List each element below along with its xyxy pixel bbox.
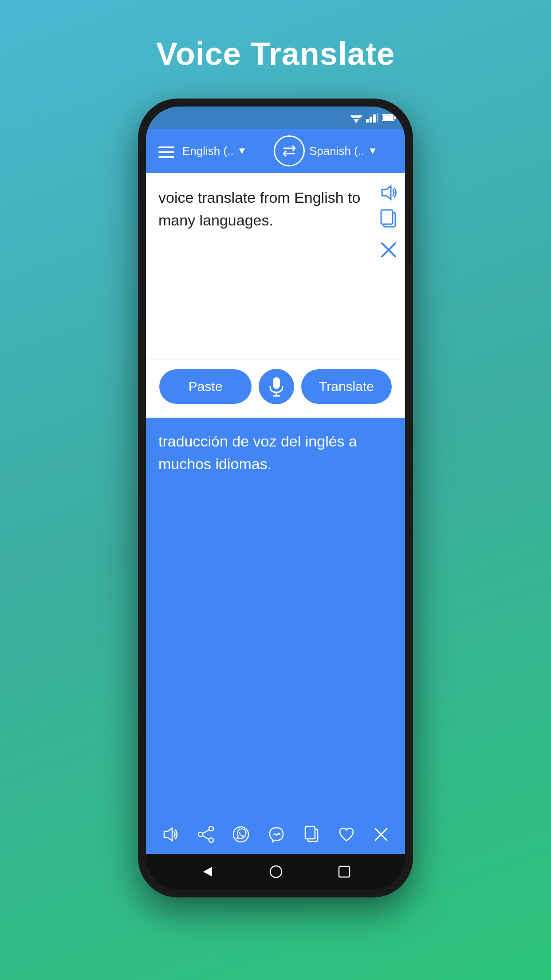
bottom-action-bar xyxy=(146,817,405,854)
favorite-icon[interactable] xyxy=(338,826,355,842)
svg-point-23 xyxy=(209,826,213,831)
app-toolbar: English (.. ▼ Spanish (.. ▼ xyxy=(146,129,405,173)
phone-screen: English (.. ▼ Spanish (.. ▼ voice transl… xyxy=(146,107,405,889)
messenger-icon[interactable] xyxy=(268,826,285,843)
svg-point-24 xyxy=(198,832,203,837)
svg-rect-13 xyxy=(158,156,174,158)
android-nav-bar xyxy=(146,854,405,889)
svg-rect-19 xyxy=(273,377,280,389)
result-copy-icon[interactable] xyxy=(303,826,319,843)
action-buttons-row: Paste Translate xyxy=(146,360,405,418)
svg-marker-14 xyxy=(382,186,391,199)
source-text[interactable]: voice translate from English to many lan… xyxy=(158,186,365,232)
svg-point-25 xyxy=(209,838,213,842)
source-lang-label: English (.. xyxy=(182,144,234,158)
result-speak-icon[interactable] xyxy=(162,827,179,842)
svg-rect-30 xyxy=(305,826,315,839)
phone-shell: English (.. ▼ Spanish (.. ▼ voice transl… xyxy=(138,99,413,897)
result-panel: traducción de voz del inglés a muchos id… xyxy=(146,418,405,817)
svg-point-34 xyxy=(270,866,282,877)
svg-marker-33 xyxy=(203,867,212,877)
svg-rect-10 xyxy=(383,115,393,120)
source-text-panel: voice translate from English to many lan… xyxy=(146,173,405,360)
status-icons xyxy=(350,113,396,122)
result-close-icon[interactable] xyxy=(374,827,389,842)
svg-line-26 xyxy=(203,836,209,839)
share-icon[interactable] xyxy=(198,826,214,843)
back-button[interactable] xyxy=(201,865,214,878)
target-lang-caret: ▼ xyxy=(368,145,378,157)
translate-button[interactable]: Translate xyxy=(301,369,392,404)
source-copy-icon[interactable] xyxy=(379,209,398,229)
svg-rect-35 xyxy=(339,866,350,877)
home-button[interactable] xyxy=(269,865,283,878)
source-lang-caret: ▼ xyxy=(237,145,247,157)
svg-rect-9 xyxy=(394,116,396,119)
svg-marker-22 xyxy=(164,828,172,841)
svg-line-27 xyxy=(203,830,209,834)
whatsapp-icon[interactable] xyxy=(232,826,249,843)
microphone-button[interactable] xyxy=(259,369,294,404)
signal-icon xyxy=(366,113,378,122)
source-speak-icon[interactable] xyxy=(379,182,398,201)
target-lang-label: Spanish (.. xyxy=(309,144,364,158)
paste-button[interactable]: Paste xyxy=(159,369,252,404)
battery-icon xyxy=(382,114,396,122)
svg-rect-7 xyxy=(377,113,378,122)
hamburger-icon[interactable] xyxy=(155,142,178,160)
source-clear-icon[interactable] xyxy=(380,237,398,260)
result-text: traducción de voz del inglés a muchos id… xyxy=(158,430,393,475)
page-title: Voice Translate xyxy=(156,36,395,72)
svg-rect-5 xyxy=(370,117,372,122)
svg-rect-11 xyxy=(158,146,174,148)
source-language-selector[interactable]: English (.. ▼ xyxy=(182,144,269,158)
svg-rect-6 xyxy=(373,115,376,122)
wifi-icon xyxy=(350,113,362,122)
svg-rect-16 xyxy=(381,210,393,224)
target-language-selector[interactable]: Spanish (.. ▼ xyxy=(309,144,396,158)
svg-rect-4 xyxy=(366,119,369,122)
status-bar xyxy=(146,107,405,129)
svg-rect-12 xyxy=(158,151,174,153)
source-action-icons xyxy=(379,182,398,260)
recents-button[interactable] xyxy=(338,865,350,878)
swap-languages-button[interactable] xyxy=(274,135,305,166)
